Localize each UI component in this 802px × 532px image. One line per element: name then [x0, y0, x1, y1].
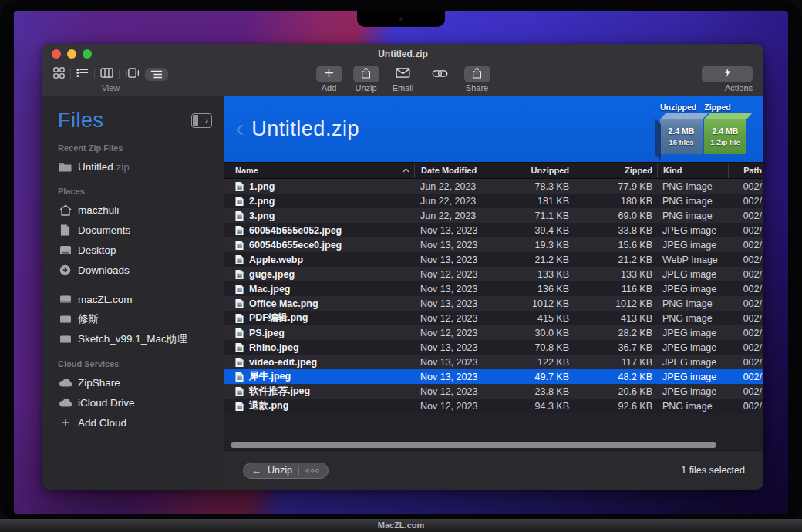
sidebar-item-maczl-com[interactable]: macZL.com [58, 289, 217, 309]
date-modified-cell: Nov 12, 2023 [414, 386, 514, 397]
add-button[interactable]: Add [311, 66, 348, 93]
outline-view-button-selected[interactable] [145, 68, 168, 81]
file-icon [235, 328, 244, 338]
toolbar: View Add Unzip Email [42, 62, 763, 96]
date-modified-cell: Nov 12, 2023 [414, 401, 514, 412]
folder-icon [58, 162, 72, 172]
left-arrow-icon: ← [251, 465, 261, 476]
email-button[interactable]: Email [385, 66, 422, 93]
table-row[interactable]: 3.pngJun 22, 202371.1 KB69.0 KBPNG image… [224, 208, 763, 223]
unzipped-size-cell: 133 KB [514, 269, 575, 280]
table-row[interactable]: 退款.pngNov 12, 202394.3 KB92.6 KBPNG imag… [224, 399, 763, 413]
list-view-icon[interactable] [76, 67, 89, 81]
kind-cell: JPEG image [657, 386, 728, 397]
path-cell: 002/ [728, 342, 763, 353]
table-row[interactable]: 软件推荐.jpegNov 12, 202323.8 KB20.6 KBJPEG … [224, 384, 763, 399]
sidebar-item-icloud-drive[interactable]: iCloud Drive [58, 392, 217, 412]
table-row[interactable]: guge.jpegNov 12, 2023133 KB133 KBJPEG im… [224, 267, 763, 281]
table-row[interactable]: Mac.jpegNov 13, 2023136 KB116 KBJPEG ima… [224, 281, 763, 296]
table-row[interactable]: 1.pngJun 22, 202378.3 KB77.9 KBPNG image… [224, 179, 763, 194]
laptop-bezel: Untitled.zip View [0, 0, 802, 519]
unzip-button[interactable]: Unzip [348, 66, 385, 93]
zipped-size-cell: 20.6 KB [575, 386, 657, 397]
table-row[interactable]: video-edit.jpegNov 13, 2023122 KB117 KBJ… [224, 355, 763, 369]
file-icon [235, 181, 244, 192]
kind-cell: PNG image [657, 196, 728, 207]
date-modified-cell: Nov 13, 2023 [414, 342, 514, 353]
file-name-cell: 1.png [224, 181, 414, 192]
table-row[interactable]: PS.jpegNov 12, 202330.0 KB28.2 KBJPEG im… [224, 325, 763, 340]
column-header-date-modified[interactable]: Date Modified [414, 163, 514, 178]
actions-button[interactable]: Actions [702, 66, 753, 93]
path-cell: 002/ [728, 401, 763, 412]
date-modified-cell: Nov 12, 2023 [414, 313, 514, 324]
file-icon [235, 269, 244, 280]
more-options-icon[interactable]: ○○○ [305, 466, 320, 474]
sidebar-item-untitled[interactable]: Untitled.zip [58, 157, 217, 177]
toolbar-separator [70, 69, 71, 79]
table-row[interactable]: Rhino.jpegNov 13, 202370.8 KB36.7 KBJPEG… [224, 340, 763, 355]
file-icon [235, 254, 244, 265]
sidebar-item-zipshare[interactable]: ZipShare [58, 372, 217, 392]
file-icon [235, 313, 244, 324]
sidebar-item-label: 修斯 [78, 312, 99, 326]
kind-cell: PNG image [657, 181, 728, 192]
file-name-cell: Mac.jpeg [224, 284, 414, 295]
sidebar-item-sketch-v99-1-mac[interactable]: Sketch_v99.1_Mac助理 [58, 329, 217, 349]
file-icon [235, 196, 244, 207]
kind-cell: JPEG image [657, 225, 728, 236]
path-cell: 002/ [728, 269, 763, 280]
sidebar-toggle-icon[interactable]: › [191, 113, 212, 128]
horizontal-scrollbar[interactable] [224, 439, 763, 451]
table-row[interactable]: 60054b655ece0.jpegNov 13, 202319.3 KB15.… [224, 237, 763, 252]
sidebar-item-add-cloud[interactable]: Add Cloud [58, 412, 217, 433]
footer-bar: ← Unzip ○○○ 1 files selected [224, 451, 763, 490]
path-cell: 002/ [728, 298, 763, 309]
path-cell: 002/ [728, 225, 763, 236]
table-row[interactable]: Office Mac.pngNov 13, 20231012 KB1012 KB… [224, 296, 763, 311]
sidebar-item-documents[interactable]: Documents [58, 220, 217, 240]
sidebar-item-desktop[interactable]: Desktop [58, 240, 217, 260]
unzipped-size-cell: 19.3 KB [514, 240, 575, 251]
sidebar-item-downloads[interactable]: Downloads [58, 260, 217, 280]
file-icon [235, 357, 244, 368]
file-name-cell: Rhino.jpeg [224, 342, 414, 353]
zipped-size-cell: 48.2 KB [575, 372, 657, 382]
sidebar-section-header: Places [58, 187, 217, 196]
window-title: Untitled.zip [42, 44, 763, 64]
table-row[interactable]: 60054b655e052.jpegNov 13, 202339.4 KB33.… [224, 223, 763, 237]
drive-icon [58, 295, 72, 304]
envelope-icon [396, 67, 410, 81]
path-cell: 002/ [728, 284, 763, 295]
file-icon [235, 298, 244, 309]
column-header-path[interactable]: Path [728, 163, 763, 178]
sidebar-item-maczhuli[interactable]: maczhuli [58, 200, 217, 220]
footer-unzip-button[interactable]: ← Unzip ○○○ [243, 463, 329, 479]
back-chevron-icon[interactable]: ‹ [235, 114, 244, 145]
column-header-zipped[interactable]: Zipped [575, 166, 657, 175]
window-titlebar[interactable]: Untitled.zip [42, 44, 763, 62]
table-row[interactable]: 2.pngJun 22, 2023181 KB180 KBPNG image00… [224, 194, 763, 208]
share-button[interactable]: Share [459, 66, 496, 93]
kind-cell: JPEG image [657, 342, 728, 353]
table-row[interactable]: PDF编辑.pngNov 12, 2023415 KB413 KBPNG ima… [224, 311, 763, 325]
branding-bar: MacZL.com [0, 519, 802, 532]
scrollbar-thumb[interactable] [231, 442, 716, 448]
column-view-icon[interactable] [100, 67, 113, 81]
sidebar-item-item[interactable]: 修斯 [58, 309, 217, 329]
sort-ascending-icon [403, 168, 409, 173]
gallery-view-icon[interactable] [125, 67, 140, 81]
column-header-unzipped[interactable]: Unzipped [514, 166, 575, 175]
path-cell: 002/ [728, 196, 763, 207]
grid-view-icon[interactable] [53, 67, 65, 82]
plus-icon [324, 67, 334, 81]
column-header-kind[interactable]: Kind [657, 163, 728, 178]
column-header-name[interactable]: Name [224, 166, 414, 175]
cloud-icon [58, 378, 72, 387]
copy-link-button[interactable] [422, 66, 459, 93]
file-icon [235, 210, 244, 221]
table-row[interactable]: 犀牛.jpegNov 13, 202349.7 KB48.2 KBJPEG im… [224, 369, 763, 384]
zipped-size-cell: 1012 KB [575, 298, 657, 309]
table-row[interactable]: Apple.webpNov 13, 202321.2 KB21.2 KBWebP… [224, 252, 763, 267]
date-modified-cell: Nov 13, 2023 [414, 284, 514, 295]
